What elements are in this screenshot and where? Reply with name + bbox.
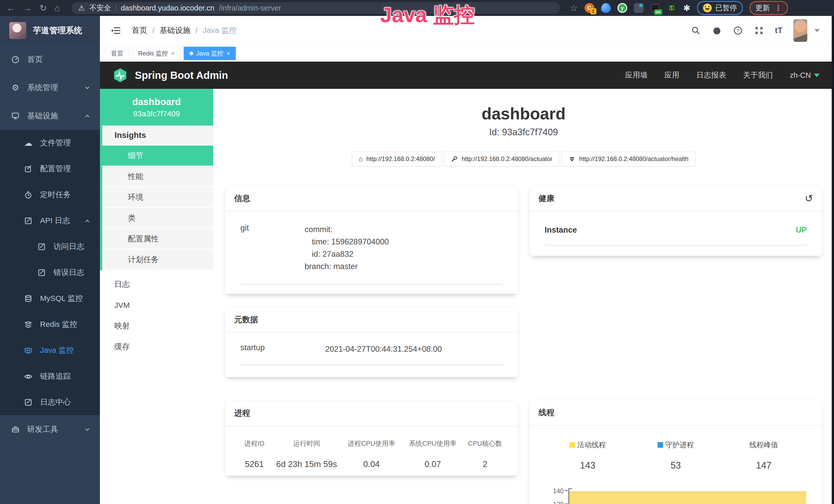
history-icon[interactable]: ↺ xyxy=(805,193,813,203)
sba-item-mappings[interactable]: 映射 xyxy=(100,316,213,336)
tab-home[interactable]: 首页 xyxy=(105,47,129,60)
sidebar-item-dev-tools[interactable]: 研发工具 xyxy=(0,415,100,443)
locale-selector[interactable]: zh-CN xyxy=(790,71,820,79)
live-threads-area-series xyxy=(569,491,807,504)
page-instance-id: Id: 93a3fc7f7409 xyxy=(225,127,822,138)
sba-nav-journal[interactable]: 日志报表 xyxy=(696,70,726,81)
legend-swatch-blue xyxy=(658,442,663,448)
chevron-down-icon xyxy=(84,84,91,91)
card-title: 信息 xyxy=(234,193,250,204)
sidebar-item-error-logs[interactable]: 错误日志 xyxy=(0,259,100,285)
edit-icon xyxy=(37,242,47,252)
sba-item-jvm[interactable]: JVM xyxy=(100,295,213,316)
insights-item-details[interactable]: 细节 xyxy=(102,145,213,166)
instance-header[interactable]: dashboard 93a3fc7f7409 xyxy=(100,89,213,125)
sidebar-item-api-logs[interactable]: API 日志 xyxy=(0,208,100,234)
sba-item-logs[interactable]: 日志 xyxy=(100,274,213,295)
address-bar[interactable]: ⚠ 不安全 dashboard.yudao.iocoder.cn/infra/a… xyxy=(72,2,560,14)
sidebar-item-java[interactable]: Java 监控 xyxy=(0,337,100,363)
gear-icon: ⚙ xyxy=(10,83,21,93)
sba-nav-wallboard[interactable]: 应用墙 xyxy=(625,70,648,81)
app-logo-row[interactable]: 芋道管理系统 xyxy=(0,16,100,45)
card-title: 元数据 xyxy=(234,314,258,325)
avatar-caret-icon[interactable] xyxy=(814,29,820,32)
bookmark-star-icon[interactable]: ☆ xyxy=(570,0,578,16)
metadata-row-value: 2021-04-27T00:44:31.254+08:00 xyxy=(325,343,503,356)
page-scrollbar[interactable] xyxy=(832,16,834,504)
insights-item-environment[interactable]: 环境 xyxy=(102,187,213,208)
status-badge: UP xyxy=(796,225,807,235)
legend-daemon-threads: 守护进程 xyxy=(632,440,720,450)
extension-drop-icon[interactable] xyxy=(601,3,611,13)
close-icon[interactable]: × xyxy=(226,50,230,57)
sidebar-item-redis[interactable]: Redis 监控 xyxy=(0,312,100,337)
sidebar-item-home[interactable]: 首页 xyxy=(0,45,100,73)
cloud-upload-icon: ☁ xyxy=(23,138,34,148)
extension-on-badge: on xyxy=(654,9,662,15)
sidebar-item-system[interactable]: ⚙ 系统管理 xyxy=(0,73,100,102)
browser-forward-icon[interactable]: → xyxy=(23,0,32,16)
sidebar-item-log-center[interactable]: 日志中心 xyxy=(0,389,100,415)
sba-nav-about[interactable]: 关于我们 xyxy=(743,70,773,81)
kebab-menu-icon[interactable]: ⋮ xyxy=(774,4,782,13)
extension-key-icon[interactable]: ⚿ xyxy=(667,3,677,13)
close-icon[interactable]: × xyxy=(171,50,175,57)
sidebar-item-jobs[interactable]: 定时任务 xyxy=(0,182,100,208)
sidebar-item-files[interactable]: ☁ 文件管理 xyxy=(0,130,100,156)
sba-brand-title[interactable]: Spring Boot Admin xyxy=(135,70,228,81)
process-card: 进程 进程ID 运行时间 进程CPU使用率 系统CPU使用率 CPU核心数 52… xyxy=(225,400,518,476)
legend-live-threads: 活动线程 xyxy=(544,440,632,450)
sidebar-fold-icon[interactable] xyxy=(110,25,122,36)
monitor-icon xyxy=(10,111,21,121)
search-icon[interactable] xyxy=(691,25,701,36)
column-header: 运行时间 xyxy=(272,439,341,448)
sba-nav-links: 应用墙 应用 日志报表 关于我们 zh-CN xyxy=(625,70,820,81)
user-avatar[interactable] xyxy=(793,19,807,42)
tab-java-monitor[interactable]: Java 监控 × xyxy=(184,47,236,60)
stack-icon xyxy=(23,319,34,330)
timer-icon xyxy=(23,190,34,200)
sidebar-item-mysql[interactable]: MySQL 监控 xyxy=(0,285,100,312)
font-size-icon[interactable]: tT xyxy=(775,26,783,35)
sba-item-caches[interactable]: 缓存 xyxy=(100,336,213,357)
info-row-label: git xyxy=(240,223,305,273)
url-host: dashboard.yudao.iocoder.cn xyxy=(121,4,214,12)
insights-item-config-props[interactable]: 配置属性 xyxy=(102,229,213,250)
metadata-row-label: startup xyxy=(240,343,325,356)
sidebar-item-config[interactable]: 配置管理 xyxy=(0,156,100,182)
breadcrumb-infra[interactable]: 基础设施 xyxy=(159,25,190,36)
column-header: 进程ID xyxy=(236,439,272,448)
insights-item-metrics[interactable]: 性能 xyxy=(102,166,213,187)
breadcrumb-home[interactable]: 首页 xyxy=(132,25,147,36)
actuator-url-button[interactable]: http://192.168.0.2:48080/actuator xyxy=(444,152,559,166)
insights-item-scheduled-tasks[interactable]: 计划任务 xyxy=(102,250,213,270)
extensions-puzzle-icon[interactable]: ✱ xyxy=(683,0,691,16)
sidebar-item-infra[interactable]: 基础设施 xyxy=(0,102,100,130)
instance-name: dashboard xyxy=(132,96,181,107)
page-title: dashboard xyxy=(225,104,822,123)
help-icon[interactable]: ? xyxy=(733,25,743,36)
fullscreen-icon[interactable] xyxy=(754,25,764,36)
health-url-button[interactable]: http://192.168.0.2:48080/actuator/health xyxy=(562,152,696,166)
insights-group: Insights 细节 性能 环境 类 配置属性 计划任务 xyxy=(100,125,213,270)
service-url-button[interactable]: ⌂ http://192.168.0.2:48080/ xyxy=(352,152,442,166)
sba-nav-applications[interactable]: 应用 xyxy=(664,70,679,81)
sidebar-item-tracing[interactable]: 链路追踪 xyxy=(0,363,100,389)
extension-colorzilla-icon[interactable]: C1 xyxy=(585,3,594,13)
sidebar-item-access-logs[interactable]: 访问日志 xyxy=(0,234,100,259)
cpu-cores: 2 xyxy=(463,459,506,469)
tab-redis-monitor[interactable]: Redis 监控 × xyxy=(132,47,180,60)
extension-y-icon[interactable]: y xyxy=(617,3,627,13)
browser-home-icon[interactable]: ⌂ xyxy=(55,0,60,16)
insights-item-classes[interactable]: 类 xyxy=(102,208,213,229)
app-logo xyxy=(9,22,26,39)
paused-badge[interactable]: 已暂停 xyxy=(697,1,743,15)
edit-icon xyxy=(23,164,34,174)
update-button[interactable]: 更新 ⋮ xyxy=(749,1,788,15)
peak-threads-value: 147 xyxy=(720,460,808,471)
extension-grid-icon[interactable] xyxy=(634,3,644,13)
github-icon[interactable] xyxy=(712,25,722,36)
browser-back-icon[interactable]: ← xyxy=(7,0,16,16)
extension-list-icon[interactable]: on xyxy=(650,3,660,13)
browser-reload-icon[interactable]: ↻ xyxy=(40,0,47,16)
